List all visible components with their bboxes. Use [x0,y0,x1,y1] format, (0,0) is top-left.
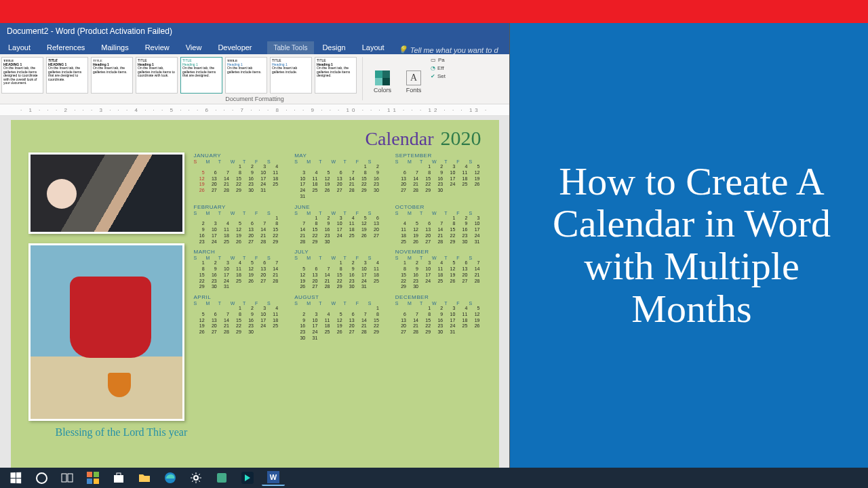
calendar-caption: Blessing of the Lord This year [28,426,481,439]
svg-rect-6 [114,475,123,483]
svg-rect-5 [94,479,99,484]
month-name: JUNE [294,204,380,210]
dow-row: SMTWTFS [194,211,280,216]
month-name: FEBRUARY [194,204,280,210]
month-name: OCTOBER [395,204,481,210]
dow-row: SMTWTFS [194,159,280,164]
calendar-title-year: 2020 [441,127,481,150]
tab-layout[interactable]: Layout [0,41,39,54]
taskbar-file-explorer[interactable] [133,470,156,486]
dow-row: SMTWTFS [294,256,380,260]
month-block: SEPTEMBERSMTWTFS 12345678910111213141516… [395,152,481,200]
dow-row: SMTWTFS [294,301,380,306]
month-days: 1234567891011121314151617181920212223242… [194,260,280,290]
fonts-icon: A [406,70,421,85]
month-block: JANUARYSMTWTFS 1234567891011121314151617… [194,152,280,200]
colors-button[interactable]: Colors [368,57,397,94]
word-title-bar: Document2 - Word (Product Activation Fai… [0,23,509,39]
style-set-4[interactable]: TITLEHeading 1On the Insert tab, galleri… [136,57,178,94]
taskbar-app-pinned[interactable] [81,470,104,486]
month-name: MARCH [194,249,280,255]
taskbar-app-1[interactable] [210,470,233,486]
tab-references[interactable]: References [39,41,93,54]
ribbon-tabs: Layout References Mailings Review View D… [0,39,509,54]
calendar-photo-2 [28,243,184,421]
svg-rect-2 [87,472,92,477]
tab-review[interactable]: Review [137,41,178,54]
taskbar-store[interactable] [107,470,130,486]
app-icon [216,472,228,484]
month-block: JULYSMTWTFS 1234567891011121314151617181… [294,249,380,290]
month-name: JULY [294,249,380,255]
month-block: JUNESMTWTFS 1234567891011121314151617181… [294,204,380,245]
word-application-window: Document2 - Word (Product Activation Fai… [0,23,510,468]
month-days: 1234567891011121314151617181920212223242… [395,306,481,336]
taskbar-edge[interactable] [159,470,182,486]
dow-row: SMTWTFS [294,211,380,216]
ribbon-misc: ▭Pa ◔Eff ✔Set [431,57,446,79]
month-name: MAY [294,152,380,159]
taskbar-settings[interactable] [184,470,208,486]
style-set-5-selected[interactable]: TITLEHeading 1On the Insert tab, the gal… [180,57,222,94]
svg-rect-10 [217,473,226,483]
month-name: DECEMBER [395,294,481,300]
settings-icon [190,472,202,484]
svg-rect-3 [94,472,99,477]
month-days: 1234567891011121314151617181920212223242… [294,216,380,245]
task-view-button[interactable] [56,470,79,486]
month-days: 1234567891011121314151617181920212223242… [294,306,380,342]
horizontal-ruler[interactable]: · 1 · · · 2 · · · 3 · · · 4 · · · 5 · · … [0,104,509,116]
style-set-6[interactable]: TITLEHeading 1On the Insert tab gallerie… [225,57,267,94]
month-name: APRIL [194,294,280,300]
document-area[interactable]: Calendar 2020 JANUARYSMTWTFS 12345678910… [0,116,509,468]
month-days: 1234567891011121314151617181920212223242… [294,164,380,200]
tab-tt-design[interactable]: Design [314,41,353,54]
calendar-document: Calendar 2020 JANUARYSMTWTFS 12345678910… [11,120,499,468]
month-days: 1234567891011121314151617181920212223242… [194,164,280,194]
calendar-photo-1 [28,152,184,234]
group-label: Document Formatting [0,96,509,102]
style-set-1[interactable]: TITLEHEADING 1On the Insert tab, the gal… [1,57,43,94]
tell-me-search[interactable]: 💡 Tell me what you want to d [398,45,498,54]
svg-point-9 [194,476,198,480]
tab-tt-layout[interactable]: Layout [354,41,393,54]
month-days: 1234567891011121314151617181920212223242… [194,216,280,245]
tab-view[interactable]: View [178,41,210,54]
tab-developer[interactable]: Developer [210,41,260,54]
store-icon [113,472,125,484]
table-tools-label: Table Tools [267,41,315,54]
dow-row: SMTWTFS [294,159,380,164]
cortana-button[interactable] [30,470,53,486]
tab-mailings[interactable]: Mailings [93,41,136,54]
windows-icon [10,472,21,484]
taskbar-app-2[interactable] [236,470,259,486]
dow-row: SMTWTFS [194,256,280,260]
month-block: DECEMBERSMTWTFS 123456789101112131415161… [395,294,481,342]
taskbar-word[interactable]: W [262,470,285,486]
colored-tiles-icon [87,472,99,484]
lightbulb-icon: 💡 [398,45,408,54]
svg-rect-0 [62,474,66,482]
calendar-months-grid: JANUARYSMTWTFS 1234567891011121314151617… [194,152,481,421]
month-days: 1234567891011121314151617181920212223242… [395,164,481,194]
dow-row: SMTWTFS [395,256,481,260]
video-top-bar [0,0,868,23]
set-default-icon: ✔ [431,73,435,79]
style-set-2[interactable]: TITLEHEADING 1On the Insert tab, the gal… [46,57,88,94]
style-set-8[interactable]: TITLEHeading 1On the Insert tab, the gal… [315,57,357,94]
overlay-title-panel: How to Create A Calendar in Word with Mu… [515,23,868,468]
month-block: AUGUSTSMTWTFS 12345678910111213141516171… [294,294,380,342]
month-days: 1234567891011121314151617181920212223242… [194,306,280,336]
dow-row: SMTWTFS [194,301,280,306]
dow-row: SMTWTFS [395,159,481,164]
style-set-3[interactable]: TITLEHeading 1On the Insert tab, the gal… [91,57,133,94]
svg-rect-4 [87,479,92,484]
month-block: OCTOBERSMTWTFS 1234567891011121314151617… [395,204,481,245]
style-set-7[interactable]: TITLEHeading 1On the Insert tab gallerie… [270,57,312,94]
month-block: NOVEMBERSMTWTFS1234567891011121314151617… [395,249,481,290]
effects-icon: ◔ [431,65,435,71]
word-icon: W [267,471,279,483]
fonts-button[interactable]: A Fonts [399,57,428,94]
start-button[interactable] [4,470,27,486]
month-name: NOVEMBER [395,249,481,255]
